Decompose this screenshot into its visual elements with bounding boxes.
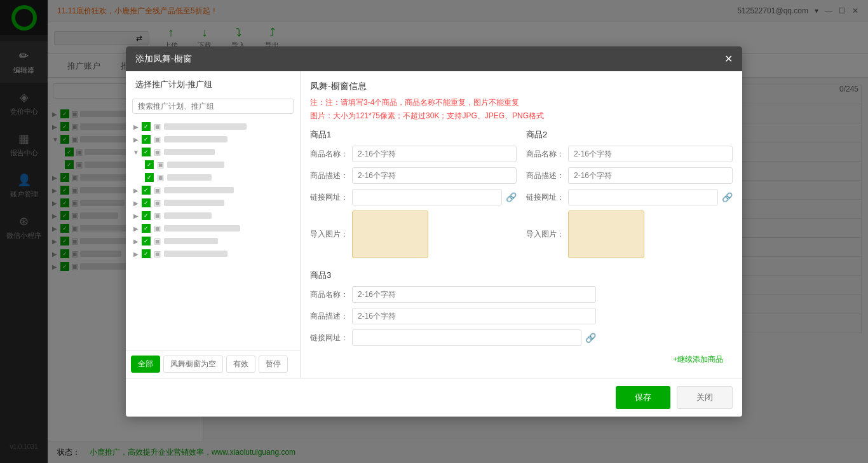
arrow-icon: ▶ <box>132 238 140 245</box>
list-item[interactable]: ▶ ✓ ▣ <box>131 247 295 260</box>
item-label <box>164 123 247 130</box>
list-item[interactable]: ▶ ✓ ▣ <box>131 209 295 222</box>
item-label <box>164 251 227 257</box>
note-red-text: 注：请填写3-4个商品，商品名称不能重复，图片不能重复 <box>325 98 519 107</box>
product2-desc-input[interactable] <box>568 167 733 184</box>
product1-name-label: 商品名称： <box>310 149 348 160</box>
modal-header: 添加凤舞-橱窗 ✕ <box>126 46 742 71</box>
product1-section: 商品1 商品名称： 商品描述： 链接网址： 🔗 <box>310 129 517 263</box>
product1-img-row: 导入图片： <box>310 211 517 258</box>
checkbox[interactable]: ✓ <box>145 160 154 169</box>
save-button[interactable]: 保存 <box>616 386 670 409</box>
product1-name-input[interactable] <box>352 146 517 162</box>
product1-img-label: 导入图片： <box>310 229 348 240</box>
tab-all[interactable]: 全部 <box>131 356 160 373</box>
product3-link-icon[interactable]: 🔗 <box>585 333 596 343</box>
product2-link-input[interactable] <box>568 189 718 205</box>
close-button[interactable]: 关闭 <box>677 386 733 409</box>
product2-section: 商品2 商品名称： 商品描述： 链接网址： 🔗 <box>526 129 733 263</box>
product3-link-label: 链接网址： <box>310 333 348 343</box>
product1-label: 商品1 <box>310 129 517 141</box>
tab-empty[interactable]: 凤舞橱窗为空 <box>163 356 223 373</box>
product3-name-row: 商品名称： <box>310 286 596 303</box>
note-orange-text: 图片：大小为121*75像素；不超过30K；支持JPG、JPEG、PNG格式 <box>310 111 544 120</box>
product1-link-row: 链接网址： 🔗 <box>310 189 517 205</box>
tab-paused[interactable]: 暂停 <box>259 356 288 373</box>
list-item[interactable]: ✓ ▣ <box>144 171 295 184</box>
product3-name-input[interactable] <box>352 286 596 303</box>
file-icon: ▣ <box>157 160 164 169</box>
list-item[interactable]: ▶ ✓ ▣ <box>131 222 295 235</box>
product3-label: 商品3 <box>310 270 733 281</box>
modal-search-input[interactable] <box>132 99 294 114</box>
modal-close-button[interactable]: ✕ <box>724 53 733 65</box>
list-item[interactable]: ▶ ✓ ▣ <box>131 197 295 209</box>
file-icon: ▣ <box>154 211 161 220</box>
item-label <box>164 200 224 206</box>
note-image: 图片：大小为121*75像素；不超过30K；支持JPG、JPEG、PNG格式 <box>310 111 733 121</box>
product1-name-row: 商品名称： <box>310 146 517 162</box>
list-item[interactable]: ▶ ✓ ▣ <box>131 235 295 247</box>
product1-link-icon[interactable]: 🔗 <box>506 192 517 202</box>
modal-overlay: 添加凤舞-橱窗 ✕ 选择推广计划-推广组 ▶ ✓ ▣ <box>0 0 868 463</box>
product2-label: 商品2 <box>526 129 733 141</box>
modal-footer-tabs: 全部 凤舞橱窗为空 有效 暂停 <box>126 350 300 378</box>
arrow-icon: ▼ <box>132 149 140 156</box>
product2-desc-row: 商品描述： <box>526 167 733 184</box>
checkbox[interactable]: ✓ <box>145 173 154 182</box>
arrow-icon: ▶ <box>132 212 140 219</box>
checkbox[interactable]: ✓ <box>142 249 151 258</box>
note-red-prefix: 注： <box>310 98 325 107</box>
product1-desc-row: 商品描述： <box>310 167 517 184</box>
file-icon: ▣ <box>154 198 161 207</box>
arrow-icon: ▶ <box>132 123 140 130</box>
arrow-icon: ▶ <box>132 251 140 258</box>
list-item[interactable]: ▶ ✓ ▣ <box>131 133 295 146</box>
checkbox[interactable]: ✓ <box>142 237 151 245</box>
product1-link-input[interactable] <box>352 189 502 205</box>
item-label <box>164 238 218 244</box>
file-icon: ▣ <box>154 135 161 144</box>
product2-link-label: 链接网址： <box>526 192 564 203</box>
modal: 添加凤舞-橱窗 ✕ 选择推广计划-推广组 ▶ ✓ ▣ <box>126 46 742 417</box>
product2-name-input[interactable] <box>568 146 733 162</box>
checkbox[interactable]: ✓ <box>142 186 151 195</box>
checkbox[interactable]: ✓ <box>142 122 151 131</box>
list-item[interactable]: ▶ ✓ ▣ <box>131 120 295 133</box>
file-icon: ▣ <box>157 173 164 182</box>
item-label <box>164 225 240 232</box>
tab-valid[interactable]: 有效 <box>226 356 255 373</box>
product1-img-upload[interactable] <box>352 211 428 258</box>
modal-left-title: 选择推广计划-推广组 <box>126 71 300 95</box>
product2-img-upload[interactable] <box>568 211 644 258</box>
continue-add-link[interactable]: +继续添加商品 <box>310 351 733 368</box>
checkbox[interactable]: ✓ <box>142 135 151 144</box>
product2-img-row: 导入图片： <box>526 211 733 258</box>
note-required: 注：注：请填写3-4个商品，商品名称不能重复，图片不能重复 <box>310 97 733 108</box>
arrow-icon: ▶ <box>132 200 140 207</box>
checkbox[interactable]: ✓ <box>142 148 151 156</box>
modal-body: 选择推广计划-推广组 ▶ ✓ ▣ ▶ ✓ ▣ <box>126 71 742 378</box>
product3-section: 商品3 商品名称： 商品描述： 链接网址： � <box>310 270 733 368</box>
modal-footer: 保存 关闭 <box>126 378 742 417</box>
product3-desc-input[interactable] <box>352 308 596 324</box>
checkbox[interactable]: ✓ <box>142 198 151 207</box>
item-label <box>164 149 215 155</box>
file-icon: ▣ <box>154 148 161 156</box>
product3-name-label: 商品名称： <box>310 289 348 300</box>
list-item[interactable]: ✓ ▣ <box>144 158 295 171</box>
modal-right-title: 凤舞-橱窗信息 <box>310 81 733 92</box>
checkbox[interactable]: ✓ <box>142 211 151 220</box>
product2-link-icon[interactable]: 🔗 <box>722 192 733 202</box>
product1-desc-input[interactable] <box>352 167 517 184</box>
checkbox[interactable]: ✓ <box>142 224 151 233</box>
product2-img-label: 导入图片： <box>526 229 564 240</box>
item-label <box>164 212 212 219</box>
product2-link-row: 链接网址： 🔗 <box>526 189 733 205</box>
list-item[interactable]: ▼ ✓ ▣ <box>131 146 295 158</box>
product3-link-input[interactable] <box>352 329 581 346</box>
product3-desc-label: 商品描述： <box>310 311 348 322</box>
list-item[interactable]: ▶ ✓ ▣ <box>131 184 295 197</box>
modal-title: 添加凤舞-橱窗 <box>135 53 192 65</box>
product3-desc-row: 商品描述： <box>310 308 596 324</box>
